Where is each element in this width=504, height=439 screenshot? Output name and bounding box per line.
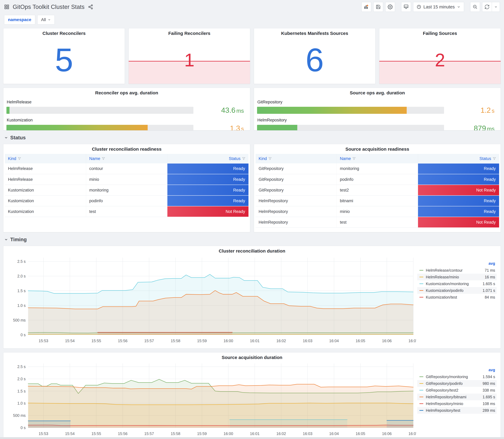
gauge-track (6, 125, 193, 131)
legend-item[interactable]: HelmRelease/contour 71 ms (417, 267, 497, 274)
legend-avg-header[interactable]: avg (417, 261, 497, 267)
panel-title[interactable]: Source acquisition readiness (256, 144, 499, 152)
series-avg-value: 980 ms (475, 381, 495, 386)
chart-plot-area[interactable]: 0 s500 ms1.0 s1.5 s2.0 s2.5 s15:5315:541… (4, 360, 416, 439)
section-status[interactable]: Status (4, 134, 501, 141)
section-status-label: Status (10, 135, 26, 141)
svg-text:15:57: 15:57 (144, 339, 154, 343)
series-name: HelmRepository/test (426, 408, 475, 413)
series-name: Kustomization/test (426, 295, 475, 300)
svg-text:2.0 s: 2.0 s (17, 377, 25, 381)
save-dashboard-button[interactable] (373, 2, 383, 12)
panel-title[interactable]: Reconciler ops avg. duration (5, 88, 248, 96)
svg-text:16:06: 16:06 (382, 339, 392, 343)
filter-icon[interactable] (18, 157, 21, 160)
filter-icon[interactable] (268, 157, 272, 160)
panel-title[interactable]: Kubernetes Manifests Sources (254, 28, 375, 36)
panel-title[interactable]: Failing Sources (379, 28, 501, 36)
series-avg-value: 16 ms (475, 275, 495, 279)
cell-name: minio (337, 206, 418, 217)
filter-icon[interactable] (242, 157, 246, 160)
panel-title[interactable]: Source acquisition duration (4, 353, 500, 360)
legend-item[interactable]: Kustomization/podinfo 1.071 s (417, 287, 497, 294)
panel-title[interactable]: Cluster reconciliation readiness (5, 144, 248, 152)
add-panel-icon (364, 4, 369, 10)
cell-kind: Kustomization (5, 185, 86, 195)
status-badge: Ready (167, 163, 248, 174)
series-name: HelmRelease/contour (426, 268, 475, 273)
column-header-status[interactable]: Status (167, 154, 248, 163)
legend-item[interactable]: HelmRelease/minio 16 ms (417, 274, 497, 280)
svg-text:1.0 s: 1.0 s (17, 401, 25, 405)
page-title: GitOps Toolkit Cluster Stats (13, 4, 85, 10)
refresh-interval-chevron-icon (494, 5, 498, 9)
svg-text:0 s: 0 s (21, 333, 26, 337)
legend-item[interactable]: HelmRepository/bitnami 1.695 s (417, 394, 497, 400)
tables-row: Cluster reconciliation readinessKindName… (3, 144, 501, 232)
series-color-swatch (419, 403, 423, 404)
legend-item[interactable]: Kustomization/monitoring 1.605 s (417, 280, 497, 287)
refresh-button[interactable] (482, 2, 492, 12)
cell-name: bitnami (337, 195, 418, 206)
series-color-swatch (419, 377, 423, 377)
dashboard-settings-button[interactable] (385, 2, 395, 12)
panel-title[interactable]: Cluster reconciliation duration (4, 246, 500, 254)
gauge-track (257, 107, 444, 114)
cell-status: Ready (167, 185, 248, 195)
refresh-interval-button[interactable] (492, 2, 500, 12)
cell-status: Ready (418, 195, 499, 206)
series-color-swatch (419, 283, 423, 284)
panel-title[interactable]: Failing Reconcilers (129, 28, 250, 36)
chevron-down-icon (457, 5, 461, 9)
cell-kind: Kustomization (5, 195, 86, 206)
legend-item[interactable]: HelmRepository/minio 108 ms (417, 400, 497, 407)
gauge-label: Kustomization (7, 118, 244, 122)
monitor-icon (404, 4, 409, 10)
cell-name: monitoring (86, 185, 167, 195)
series-name: HelmRepository/bitnami (426, 395, 475, 399)
column-header-name[interactable]: Name (337, 154, 418, 163)
series-color-swatch (419, 290, 423, 291)
stat-body: 2 (379, 36, 501, 84)
legend-item[interactable]: GitRepository/podinfo 980 ms (417, 380, 497, 387)
cycle-view-button[interactable] (401, 2, 411, 12)
panel-source-acquisition-duration: Source acquisition duration 0 s500 ms1.0… (3, 352, 501, 439)
table-panel-cluster-reconciliation-readiness: Cluster reconciliation readinessKindName… (3, 144, 250, 232)
svg-text:16:05: 16:05 (356, 431, 365, 436)
variable-namespace-select[interactable]: All (37, 15, 55, 24)
gauge-label: HelmRelease (7, 100, 244, 104)
svg-text:1.5 s: 1.5 s (17, 389, 25, 393)
template-variables-row: namespace All (4, 15, 501, 24)
section-timing[interactable]: Timing (4, 236, 501, 243)
table-row: HelmRepository bitnami Ready (256, 195, 499, 206)
column-header-kind[interactable]: Kind (5, 154, 86, 163)
horizontal-scrollbar[interactable] (0, 437, 504, 439)
cell-status: Ready (167, 174, 248, 185)
filter-icon[interactable] (102, 157, 105, 160)
legend-item[interactable]: GitRepository/monitoring 1.594 s (417, 373, 497, 380)
zoom-out-button[interactable] (470, 2, 480, 12)
panel-title[interactable]: Cluster Reconcilers (3, 28, 125, 36)
filter-icon[interactable] (352, 157, 356, 160)
status-badge: Ready (167, 174, 248, 185)
svg-text:15:55: 15:55 (91, 339, 101, 343)
column-header-kind[interactable]: Kind (256, 154, 337, 163)
column-header-status[interactable]: Status (418, 154, 499, 163)
time-range-picker[interactable]: Last 15 minutes (413, 2, 464, 12)
cell-kind: HelmRepository (256, 217, 337, 228)
gauge-value: 1.2s (444, 106, 494, 114)
chart-plot-area[interactable]: 0 s500 ms1.0 s1.5 s2.0 s2.5 s15:5315:541… (4, 254, 416, 346)
legend-item[interactable]: Kustomization/test 84 ms (417, 294, 497, 301)
column-header-name[interactable]: Name (86, 154, 167, 163)
table-row: Kustomization monitoring Ready (5, 185, 248, 195)
legend-avg-header[interactable]: avg (417, 367, 497, 373)
add-panel-button[interactable] (361, 2, 371, 12)
filter-icon[interactable] (493, 157, 496, 160)
panel-title[interactable]: Source ops avg. duration (256, 88, 499, 96)
cell-name: test (337, 217, 418, 228)
cell-kind: GitRepository (256, 174, 337, 185)
legend-item[interactable]: HelmRepository/test 289 ms (417, 407, 497, 414)
cell-status: Not Ready (418, 217, 499, 228)
share-icon[interactable] (88, 4, 93, 10)
legend-item[interactable]: GitRepository/test2 338 ms (417, 387, 497, 394)
